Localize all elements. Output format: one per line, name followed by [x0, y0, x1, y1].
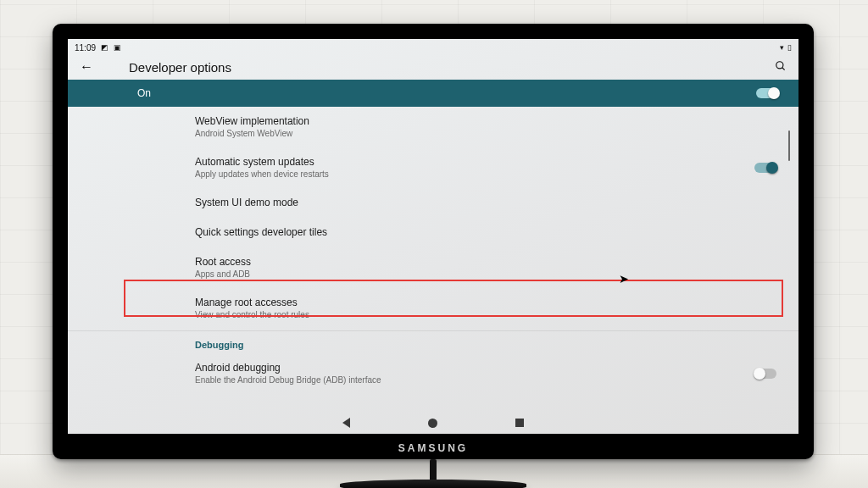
- row-subtitle: Enable the Android Debug Bridge (ADB) in…: [195, 375, 780, 385]
- row-subtitle: Android System WebView: [195, 129, 780, 138]
- row-title: WebView implementation: [195, 115, 780, 127]
- navigation-bar: [68, 412, 798, 434]
- monitor-bezel: 11:09 ◩ ▣ ▾ ▯ ← Developer options On: [68, 39, 798, 434]
- status-time: 11:09: [75, 43, 96, 53]
- row-title: Root access: [195, 256, 780, 268]
- section-header-debugging: Debugging: [195, 333, 780, 353]
- app-bar: ← Developer options: [68, 54, 798, 80]
- monitor-base: [340, 480, 526, 488]
- toggle-auto-updates[interactable]: [754, 163, 776, 173]
- row-subtitle: Apps and ADB: [195, 269, 780, 279]
- row-system-ui-demo-mode[interactable]: System UI demo mode: [195, 188, 780, 218]
- master-toggle-label: On: [137, 87, 151, 99]
- row-title: Quick settings developer tiles: [195, 226, 780, 238]
- battery-icon: ▯: [787, 44, 792, 52]
- row-title: Automatic system updates: [195, 156, 780, 168]
- annotation-highlight: [124, 280, 783, 317]
- row-subtitle: Apply updates when device restarts: [195, 169, 780, 179]
- row-title: System UI demo mode: [195, 197, 780, 208]
- mouse-cursor-icon: ➤: [619, 273, 629, 286]
- scrollbar[interactable]: [788, 130, 790, 161]
- notification-icon: ▣: [114, 44, 121, 52]
- settings-list: WebView implementation Android System We…: [68, 107, 798, 394]
- monitor-frame: 11:09 ◩ ▣ ▾ ▯ ← Developer options On: [53, 24, 814, 459]
- search-icon[interactable]: [775, 60, 787, 75]
- nav-recent-icon[interactable]: [515, 419, 524, 427]
- section-divider: [68, 330, 798, 331]
- notification-icon: ◩: [101, 44, 108, 52]
- wifi-icon: ▾: [780, 44, 784, 52]
- master-toggle-switch[interactable]: [756, 88, 778, 98]
- status-bar: 11:09 ◩ ▣ ▾ ▯: [68, 39, 798, 54]
- master-toggle-bar[interactable]: On: [68, 80, 798, 107]
- row-android-debugging[interactable]: Android debugging Enable the Android Deb…: [195, 353, 780, 394]
- row-quick-settings-tiles[interactable]: Quick settings developer tiles: [195, 218, 780, 247]
- monitor-brand: SAMSUNG: [53, 442, 814, 454]
- toggle-android-debugging[interactable]: [754, 369, 776, 379]
- android-screen: 11:09 ◩ ▣ ▾ ▯ ← Developer options On: [68, 39, 798, 434]
- row-automatic-system-updates[interactable]: Automatic system updates Apply updates w…: [195, 147, 780, 188]
- nav-home-icon[interactable]: [428, 419, 437, 428]
- row-title: Android debugging: [195, 362, 780, 374]
- back-icon[interactable]: ←: [80, 59, 93, 75]
- page-title: Developer options: [129, 60, 231, 75]
- row-webview-implementation[interactable]: WebView implementation Android System We…: [195, 107, 780, 147]
- svg-point-0: [776, 61, 783, 68]
- svg-line-1: [782, 67, 785, 69]
- nav-back-icon[interactable]: [342, 418, 350, 428]
